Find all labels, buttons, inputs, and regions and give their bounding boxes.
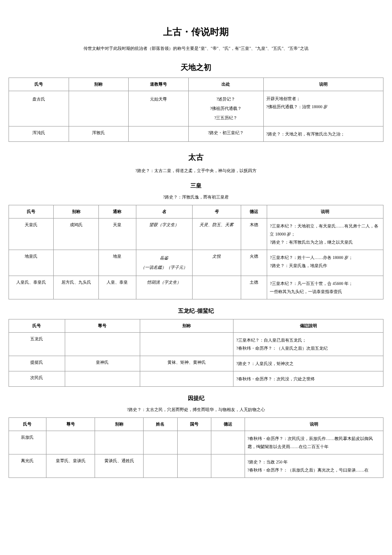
th: 尊号 [46,418,95,431]
cell: ?路史？：天地之初，有浑敦氏出为之治； [263,127,383,142]
cell: 恺胡洮（字文生） [136,276,192,299]
th: 名 [136,205,192,219]
cell [69,91,129,127]
cell: 天皇 [98,219,136,250]
cell: 天皇氏 [9,219,54,250]
cell: 文悦 [192,250,241,276]
cell: ?路史？：人皇氏没，矩神次之 [233,356,383,371]
table-row: 浑沌氏 浑敦氏 ?路史・初三皇纪？ ?路史？：天地之初，有浑敦氏出为之治； [9,127,383,142]
table-row: 盘古氏 元始天尊 ?述异记？?佛祖历代通载？?三五历纪？ 开辟天地创世者；?佛祖… [9,91,383,127]
cell [211,454,245,478]
section-heading-tiandi: 天地之初 [9,62,383,72]
th: 通称 [98,205,136,219]
th: 说明 [267,205,383,219]
cell: 浑敦氏 [69,127,129,142]
subheading-sanhuang: 三皇 [9,182,383,190]
cell: 人皇、泰皇 [98,276,136,299]
table-row: 次民氏 ?春秋纬・命历序？：次民没，穴处之世终 [9,371,383,387]
table-row: 离光氏 皇覃氏、皇谈氏 黄谈氏、通姓氏 ?路史？：当政 250 年?春秋纬・命历… [9,454,383,478]
cell: 开辟天地创世者；?佛祖历代通载？：治世 18000 岁 [263,91,383,127]
cell: 天灵、防五、天雾 [192,219,241,250]
cell: 居方氏、九头氏 [54,276,98,299]
cell [54,250,98,276]
th: 别称 [95,418,144,431]
cell: 黄袜、矩神、黄神氏 [140,356,233,371]
table-sanhuang: 氏号 别称 通称 名 号 德运 说明 天皇氏 成鸠氏 天皇 望获（字文生） 天灵… [9,205,383,299]
th: 尊号 [65,319,140,333]
th: 氏号 [9,78,69,91]
cell [177,431,211,454]
th: 号 [192,205,241,219]
cell: 地皇 [98,250,136,276]
th: 别称 [140,319,233,333]
th: 備註說明 [233,319,383,333]
cell: 次民氏 [9,371,65,387]
cell: 辰放氏 [9,431,46,454]
cell: 望获（字文生） [136,219,192,250]
cell [129,127,189,142]
table-row: 人皇氏、泰皇氏 居方氏、九头氏 人皇、泰皇 恺胡洮（字文生） 土德 ?三皇本纪？… [9,276,383,299]
cell: 木德 [241,219,267,250]
cell: 离光氏 [9,454,46,478]
subheading-yinti: 因提纪 [9,394,383,402]
cell: 岳鉴（一说名鑑）（字子元） [136,250,192,276]
page-title: 上古・传说时期 [9,26,383,38]
table-yinti: 氏号 尊号 别称 姓名 国号 德运 说明 辰放氏 ?春秋纬・命历序？：次民氏没，… [9,417,383,478]
cell: ?春秋纬・命历序？：次民氏没，辰放氏作……教民搴木茹皮以御风霜，绹髮闓首以去灵雨… [245,431,383,454]
th: 氏号 [9,319,65,333]
cell: 土德 [241,276,267,299]
cell: ?述异记？?佛祖历代通载？?三五历纪？ [188,91,263,127]
cell: ?三皇本纪？：自人皇已后有五龙氏；?春秋纬・命历序？：（人皇氏之后）次后五龙纪 [233,333,383,356]
cell: 五龙氏 [9,333,65,356]
th: 出处 [188,78,263,91]
th: 别称 [69,78,129,91]
subheading-wulong: 五龙纪–循蜚纪 [9,307,383,315]
cell [46,431,95,454]
th: 国号 [177,418,211,431]
note-sanhuang: ?路史？：浑敦氏逸，而有初三皇君 [9,194,383,201]
section-heading-taigu: 太古 [9,152,383,162]
cell: ?路史？：当政 250 年?春秋纬・命历序？：（辰放氏之后）离光次之，号曰皇谈…… [245,454,383,478]
cell [144,454,177,478]
table-row: 提挺氏 皇神氏 黄袜、矩神、黄神氏 ?路史？：人皇氏没，矩神次之 [9,356,383,371]
cell: 火德 [241,250,267,276]
cell [65,371,140,387]
cell: 人皇氏、泰皇氏 [9,276,54,299]
cell: ?三皇本纪？：凡一百五十世，合 45600 年；一些称其为九头纪，一说泰皇指泰壹… [267,276,383,299]
cell: 元始天尊 [129,91,189,127]
cell [192,276,241,299]
table-row: 地皇氏 地皇 岳鉴（一说名鑑）（字子元） 文悦 火德 ?三皇本纪？：姓十一人……… [9,250,383,276]
cell [140,371,233,387]
cell: ?三皇本纪？：天地初立，有天皇氏……有兄弟十二人，各立 18000 岁；?路史？… [267,219,383,250]
cell: 提挺氏 [9,356,65,371]
table-wulong: 氏号 尊号 别称 備註說明 五龙氏 ?三皇本纪？：自人皇已后有五龙氏；?春秋纬・… [9,319,383,387]
cell: ?春秋纬・命历序？：次民没，穴处之世终 [233,371,383,387]
cell: 地皇氏 [9,250,54,276]
cell [140,333,233,356]
th: 姓名 [144,418,177,431]
th: 氏号 [9,418,46,431]
cell [95,431,144,454]
table-row: 辰放氏 ?春秋纬・命历序？：次民氏没，辰放氏作……教民搴木茹皮以御风霜，绹髮闓首… [9,431,383,454]
th: 德运 [211,418,245,431]
note-yinti: ?路史？：太古之民，穴居而野处，搏生而咀华，与物相友，人无妨物之心 [9,406,383,413]
cell: 浑沌氏 [9,127,69,142]
cell: 成鸠氏 [54,219,98,250]
intro-text: 传世文献中对于此段时期的统治者（部落首领）的称号主要是"皇"、"帝"、"氏"，有… [9,45,383,52]
cell: ?路史・初三皇纪？ [188,127,263,142]
th: 道教尊号 [129,78,189,91]
cell: 皇神氏 [65,356,140,371]
th: 别称 [54,205,98,219]
cell: ?三皇本纪？：姓十一人……亦各 18000 岁；?路史？：天皇氏逸，地皇氏作 [267,250,383,276]
cell [65,333,140,356]
table-tiandi: 氏号 别称 道教尊号 出处 说明 盘古氏 元始天尊 ?述异记？?佛祖历代通载？?… [9,78,383,142]
cell: 皇覃氏、皇谈氏 [46,454,95,478]
cell: 黄谈氏、通姓氏 [95,454,144,478]
th: 氏号 [9,205,54,219]
table-row: 五龙氏 ?三皇本纪？：自人皇已后有五龙氏；?春秋纬・命历序？：（人皇氏之后）次后… [9,333,383,356]
table-row: 天皇氏 成鸠氏 天皇 望获（字文生） 天灵、防五、天雾 木德 ?三皇本纪？：天地… [9,219,383,250]
th: 说明 [245,418,383,431]
note-taigu: ?路史？：太古二皇，得道之柔，立乎中央，神与化游，以抚四方 [9,167,383,174]
cell: 盘古氏 [9,91,69,127]
cell [144,431,177,454]
